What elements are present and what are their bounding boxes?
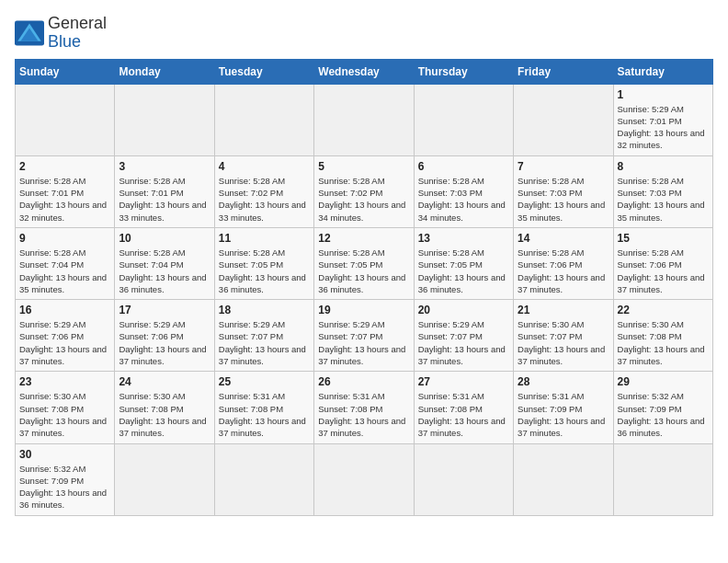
- calendar-cell: [514, 443, 613, 515]
- day-number: 1: [618, 88, 709, 101]
- day-info: Sunrise: 5:28 AM Sunset: 7:02 PM Dayligh…: [219, 175, 310, 224]
- calendar-cell: 27Sunrise: 5:31 AM Sunset: 7:08 PM Dayli…: [414, 372, 513, 443]
- calendar-cell: [115, 443, 214, 515]
- calendar-cell: 24Sunrise: 5:30 AM Sunset: 7:08 PM Dayli…: [115, 372, 214, 443]
- day-number: 18: [219, 304, 310, 316]
- calendar-cell: 12Sunrise: 5:28 AM Sunset: 7:05 PM Dayli…: [314, 227, 414, 299]
- calendar-cell: 20Sunrise: 5:29 AM Sunset: 7:07 PM Dayli…: [414, 300, 513, 372]
- day-number: 25: [219, 375, 310, 388]
- day-info: Sunrise: 5:28 AM Sunset: 7:02 PM Dayligh…: [318, 175, 409, 224]
- calendar-row-2: 2Sunrise: 5:28 AM Sunset: 7:01 PM Daylig…: [16, 155, 713, 227]
- day-number: 16: [19, 304, 110, 316]
- calendar-cell: 11Sunrise: 5:28 AM Sunset: 7:05 PM Dayli…: [214, 227, 313, 299]
- day-number: 8: [618, 160, 709, 173]
- logo: GeneralBlue: [15, 15, 107, 52]
- day-number: 4: [219, 160, 310, 173]
- day-info: Sunrise: 5:28 AM Sunset: 7:05 PM Dayligh…: [219, 247, 310, 295]
- calendar-cell: 2Sunrise: 5:28 AM Sunset: 7:01 PM Daylig…: [16, 155, 115, 227]
- day-info: Sunrise: 5:29 AM Sunset: 7:06 PM Dayligh…: [119, 318, 210, 367]
- calendar-cell: 22Sunrise: 5:30 AM Sunset: 7:08 PM Dayli…: [613, 300, 712, 372]
- calendar-cell: [514, 84, 613, 155]
- day-number: 23: [19, 375, 110, 388]
- day-info: Sunrise: 5:32 AM Sunset: 7:09 PM Dayligh…: [19, 463, 110, 511]
- calendar-cell: [613, 443, 712, 515]
- day-number: 5: [318, 160, 409, 173]
- calendar-cell: 23Sunrise: 5:30 AM Sunset: 7:08 PM Dayli…: [16, 372, 115, 443]
- calendar-cell: 17Sunrise: 5:29 AM Sunset: 7:06 PM Dayli…: [115, 300, 214, 372]
- calendar-cell: 30Sunrise: 5:32 AM Sunset: 7:09 PM Dayli…: [16, 443, 115, 515]
- day-info: Sunrise: 5:28 AM Sunset: 7:04 PM Dayligh…: [119, 247, 210, 295]
- calendar-cell: 8Sunrise: 5:28 AM Sunset: 7:03 PM Daylig…: [613, 155, 712, 227]
- calendar-cell: 18Sunrise: 5:29 AM Sunset: 7:07 PM Dayli…: [214, 300, 313, 372]
- day-info: Sunrise: 5:29 AM Sunset: 7:06 PM Dayligh…: [19, 318, 110, 367]
- day-info: Sunrise: 5:28 AM Sunset: 7:06 PM Dayligh…: [618, 247, 709, 295]
- calendar-cell: 29Sunrise: 5:32 AM Sunset: 7:09 PM Dayli…: [613, 372, 712, 443]
- calendar-cell: 16Sunrise: 5:29 AM Sunset: 7:06 PM Dayli…: [16, 300, 115, 372]
- weekday-header-row: SundayMondayTuesdayWednesdayThursdayFrid…: [16, 59, 713, 84]
- day-number: 13: [418, 232, 509, 245]
- day-info: Sunrise: 5:28 AM Sunset: 7:01 PM Dayligh…: [119, 175, 210, 224]
- calendar-cell: [214, 84, 313, 155]
- page-header: GeneralBlue: [15, 15, 713, 52]
- day-info: Sunrise: 5:30 AM Sunset: 7:08 PM Dayligh…: [19, 390, 110, 439]
- calendar-cell: 26Sunrise: 5:31 AM Sunset: 7:08 PM Dayli…: [314, 372, 414, 443]
- day-info: Sunrise: 5:28 AM Sunset: 7:03 PM Dayligh…: [618, 175, 709, 224]
- day-number: 19: [318, 304, 409, 316]
- day-info: Sunrise: 5:28 AM Sunset: 7:04 PM Dayligh…: [19, 247, 110, 295]
- calendar-cell: [414, 84, 513, 155]
- day-info: Sunrise: 5:31 AM Sunset: 7:09 PM Dayligh…: [518, 390, 609, 439]
- calendar-cell: 4Sunrise: 5:28 AM Sunset: 7:02 PM Daylig…: [214, 155, 313, 227]
- day-number: 7: [518, 160, 609, 173]
- day-info: Sunrise: 5:28 AM Sunset: 7:03 PM Dayligh…: [418, 175, 509, 224]
- day-number: 10: [119, 232, 210, 245]
- day-info: Sunrise: 5:28 AM Sunset: 7:03 PM Dayligh…: [518, 175, 609, 224]
- day-info: Sunrise: 5:29 AM Sunset: 7:01 PM Dayligh…: [618, 103, 709, 152]
- calendar-row-5: 23Sunrise: 5:30 AM Sunset: 7:08 PM Dayli…: [16, 372, 713, 443]
- day-number: 27: [418, 375, 509, 388]
- weekday-header-friday: Friday: [514, 59, 613, 84]
- calendar-cell: 10Sunrise: 5:28 AM Sunset: 7:04 PM Dayli…: [115, 227, 214, 299]
- day-number: 15: [618, 232, 709, 245]
- day-info: Sunrise: 5:28 AM Sunset: 7:05 PM Dayligh…: [418, 247, 509, 295]
- calendar-cell: 21Sunrise: 5:30 AM Sunset: 7:07 PM Dayli…: [514, 300, 613, 372]
- calendar-cell: [314, 443, 414, 515]
- calendar-cell: 25Sunrise: 5:31 AM Sunset: 7:08 PM Dayli…: [214, 372, 313, 443]
- day-info: Sunrise: 5:29 AM Sunset: 7:07 PM Dayligh…: [219, 318, 310, 367]
- calendar-row-1: 1Sunrise: 5:29 AM Sunset: 7:01 PM Daylig…: [16, 84, 713, 155]
- day-info: Sunrise: 5:28 AM Sunset: 7:01 PM Dayligh…: [19, 175, 110, 224]
- day-info: Sunrise: 5:28 AM Sunset: 7:05 PM Dayligh…: [318, 247, 409, 295]
- calendar-cell: [214, 443, 313, 515]
- calendar-cell: 15Sunrise: 5:28 AM Sunset: 7:06 PM Dayli…: [613, 227, 712, 299]
- day-number: 22: [618, 304, 709, 316]
- day-number: 26: [318, 375, 409, 388]
- weekday-header-wednesday: Wednesday: [314, 59, 414, 84]
- calendar-row-4: 16Sunrise: 5:29 AM Sunset: 7:06 PM Dayli…: [16, 300, 713, 372]
- calendar-cell: 3Sunrise: 5:28 AM Sunset: 7:01 PM Daylig…: [115, 155, 214, 227]
- day-number: 29: [618, 375, 709, 388]
- calendar-cell: [414, 443, 513, 515]
- weekday-header-thursday: Thursday: [414, 59, 513, 84]
- day-number: 17: [119, 304, 210, 316]
- logo-icon: [15, 20, 44, 46]
- weekday-header-saturday: Saturday: [613, 59, 712, 84]
- day-info: Sunrise: 5:28 AM Sunset: 7:06 PM Dayligh…: [518, 247, 609, 295]
- calendar-cell: 5Sunrise: 5:28 AM Sunset: 7:02 PM Daylig…: [314, 155, 414, 227]
- calendar-cell: 6Sunrise: 5:28 AM Sunset: 7:03 PM Daylig…: [414, 155, 513, 227]
- day-info: Sunrise: 5:32 AM Sunset: 7:09 PM Dayligh…: [618, 390, 709, 439]
- calendar-cell: 9Sunrise: 5:28 AM Sunset: 7:04 PM Daylig…: [16, 227, 115, 299]
- day-info: Sunrise: 5:30 AM Sunset: 7:08 PM Dayligh…: [119, 390, 210, 439]
- day-number: 30: [19, 448, 110, 461]
- day-info: Sunrise: 5:30 AM Sunset: 7:07 PM Dayligh…: [518, 318, 609, 367]
- calendar-cell: [314, 84, 414, 155]
- day-number: 3: [119, 160, 210, 173]
- logo-text: GeneralBlue: [48, 15, 107, 52]
- day-number: 11: [219, 232, 310, 245]
- day-number: 24: [119, 375, 210, 388]
- day-number: 2: [19, 160, 110, 173]
- day-number: 6: [418, 160, 509, 173]
- day-info: Sunrise: 5:30 AM Sunset: 7:08 PM Dayligh…: [618, 318, 709, 367]
- day-info: Sunrise: 5:31 AM Sunset: 7:08 PM Dayligh…: [318, 390, 409, 439]
- weekday-header-tuesday: Tuesday: [214, 59, 313, 84]
- calendar-cell: [115, 84, 214, 155]
- calendar-cell: 19Sunrise: 5:29 AM Sunset: 7:07 PM Dayli…: [314, 300, 414, 372]
